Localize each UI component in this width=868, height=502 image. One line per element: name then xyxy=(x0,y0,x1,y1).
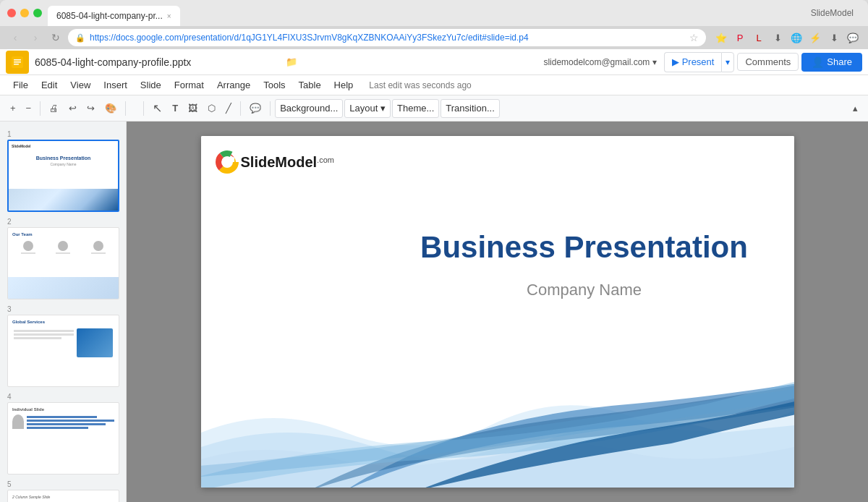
folder-icon[interactable]: 📁 xyxy=(286,56,297,67)
menu-view[interactable]: View xyxy=(64,77,96,93)
reload-button[interactable]: ↻ xyxy=(48,30,64,46)
back-button[interactable]: ‹ xyxy=(7,30,23,46)
thumb-label-2: Our Team xyxy=(11,231,116,238)
menu-format[interactable]: Format xyxy=(169,77,210,93)
forward-button[interactable]: › xyxy=(27,30,43,46)
extension4-icon[interactable]: ⬇ xyxy=(826,30,842,46)
redo-button[interactable]: ↪ xyxy=(82,99,99,118)
present-dropdown-button[interactable]: ▾ xyxy=(721,52,734,72)
slide-thumbnail-2[interactable]: 2 Our Team xyxy=(0,215,126,302)
select-tool-button[interactable]: ↖ xyxy=(148,99,166,118)
slide-canvas[interactable]: SlideModel.com Business Presentation Com… xyxy=(201,136,794,488)
extension5-icon[interactable]: 💬 xyxy=(845,30,861,46)
slide-title-text: Business Presentation xyxy=(420,230,748,264)
text-tool-button[interactable]: T xyxy=(168,99,182,118)
menu-slide[interactable]: Slide xyxy=(135,77,167,93)
maximize-button[interactable] xyxy=(33,9,42,17)
toolbar-separator-5 xyxy=(270,101,271,116)
svg-rect-3 xyxy=(14,64,19,65)
image-tool-button[interactable]: 🖼 xyxy=(184,99,202,118)
zoom-out-button[interactable]: − xyxy=(22,99,36,118)
menu-insert[interactable]: Insert xyxy=(98,77,133,93)
background-button[interactable]: Background... xyxy=(275,99,343,118)
line-tool-button[interactable]: ╱ xyxy=(221,99,236,118)
menu-arrange[interactable]: Arrange xyxy=(211,77,256,93)
present-group: ▶ Present ▾ xyxy=(664,52,735,72)
slide-thumbnail-3[interactable]: 3 Global Services xyxy=(0,302,126,390)
slide-thumbnail-5[interactable]: 5 2 Column Sample Slide xyxy=(0,477,126,502)
present-button[interactable]: ▶ Present xyxy=(664,52,722,72)
slide-thumb-3: Global Services xyxy=(7,315,119,387)
slide-thumb-4: Individual Slide xyxy=(7,402,119,475)
slide-thumbnail-1[interactable]: 1 SlideModel Business Presentation Compa… xyxy=(0,127,126,215)
undo-button[interactable]: ↩ xyxy=(64,99,81,118)
slide-subtitle[interactable]: Company Name xyxy=(404,281,765,299)
slide-thumbnail-4[interactable]: 4 Individual Slide xyxy=(0,390,126,477)
svg-point-8 xyxy=(223,158,231,166)
svg-rect-1 xyxy=(14,59,21,61)
toolbar-separator-1 xyxy=(40,101,41,116)
transition-button[interactable]: Transition... xyxy=(441,99,499,118)
menu-edit[interactable]: Edit xyxy=(35,77,63,93)
main-content: 1 SlideModel Business Presentation Compa… xyxy=(0,122,868,502)
zoom-percentage-button[interactable] xyxy=(130,99,139,118)
comment-button[interactable]: 💬 xyxy=(245,99,265,118)
browser-tab[interactable]: 6085-04-light-company-pr... × xyxy=(48,6,180,26)
menu-help[interactable]: Help xyxy=(328,77,359,93)
slide-number-2: 2 xyxy=(7,218,119,226)
comments-button[interactable]: Comments xyxy=(737,53,799,71)
pinterest-icon[interactable]: P xyxy=(732,30,748,46)
wave-svg xyxy=(201,346,794,488)
forward-icon: › xyxy=(34,32,38,43)
tab-title: 6085-04-light-company-pr... xyxy=(56,11,163,21)
menu-table[interactable]: Table xyxy=(293,77,327,93)
print-button[interactable]: 🖨 xyxy=(45,99,63,118)
slides-logo-icon xyxy=(11,56,24,69)
toolbar-separator-4 xyxy=(240,101,241,116)
readwise-icon[interactable]: L xyxy=(751,30,767,46)
slides-panel: 1 SlideModel Business Presentation Compa… xyxy=(0,122,127,502)
url-text: https://docs.google.com/presentation/d/1… xyxy=(90,33,685,43)
extension3-icon[interactable]: ⚡ xyxy=(807,30,823,46)
shapes-tool-button[interactable]: ⬡ xyxy=(203,99,220,118)
address-bar-row: ‹ › ↻ 🔒 https://docs.google.com/presenta… xyxy=(0,26,868,49)
zoom-in-button[interactable]: + xyxy=(6,99,20,118)
toolbar-separator-2 xyxy=(125,101,126,116)
menu-tools[interactable]: Tools xyxy=(258,77,291,93)
close-button[interactable] xyxy=(7,9,16,17)
thumb-label-5: 2 Column Sample Slide xyxy=(11,493,116,501)
app-bar: 6085-04-light-company-profile.pptx 📁 sli… xyxy=(0,49,868,75)
address-bar[interactable]: 🔒 https://docs.google.com/presentation/d… xyxy=(68,29,706,46)
browser-toolbar-icons: ⭐ P L ⬇ 🌐 ⚡ ⬇ 💬 xyxy=(713,30,861,46)
present-label: Present xyxy=(682,56,715,67)
back-icon: ‹ xyxy=(14,32,17,43)
background-label: Background... xyxy=(280,103,338,114)
browser-window: 6085-04-light-company-pr... × SlideModel… xyxy=(0,0,868,502)
bookmark-icon[interactable]: ☆ xyxy=(689,32,699,43)
slide-logo-area: SlideModel.com xyxy=(216,150,334,174)
thumb-label-4: Individual Slide xyxy=(11,406,116,413)
minimize-button[interactable] xyxy=(20,9,29,17)
share-person-icon: 👤 xyxy=(812,56,824,68)
collapse-panel-button[interactable]: ▴ xyxy=(848,99,862,118)
tab-close-button[interactable]: × xyxy=(167,12,171,20)
download-icon[interactable]: ⬇ xyxy=(770,30,786,46)
theme-button[interactable]: Theme... xyxy=(392,99,439,118)
document-title[interactable]: 6085-04-light-company-profile.pptx xyxy=(35,56,281,68)
thumb-team-row xyxy=(11,238,116,257)
share-label: Share xyxy=(827,56,852,67)
menu-file[interactable]: File xyxy=(7,77,34,93)
extension2-icon[interactable]: 🌐 xyxy=(788,30,804,46)
slide-main-title[interactable]: Business Presentation xyxy=(404,230,765,265)
paint-format-button[interactable]: 🎨 xyxy=(101,99,121,118)
user-email[interactable]: slidemodelcom@gmail.com ▾ xyxy=(543,57,656,67)
comments-label: Comments xyxy=(745,56,791,67)
layout-button[interactable]: Layout ▾ xyxy=(344,99,391,118)
slide-number-1: 1 xyxy=(7,130,119,138)
present-play-icon: ▶ xyxy=(672,56,679,67)
share-button[interactable]: 👤 Share xyxy=(801,53,862,72)
svg-rect-2 xyxy=(14,61,21,63)
thumb-label-3: Global Services xyxy=(11,318,116,326)
extensions-icon[interactable]: ⭐ xyxy=(713,30,729,46)
present-chevron-icon: ▾ xyxy=(726,57,730,67)
